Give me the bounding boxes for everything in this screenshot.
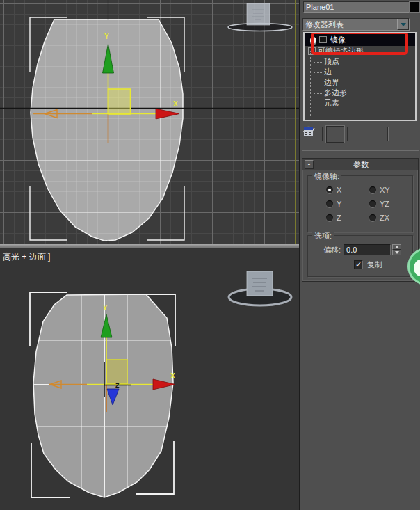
spinner-down-icon bbox=[395, 251, 399, 254]
object-color-swatch[interactable] bbox=[409, 1, 420, 13]
radio-yz[interactable]: YZ bbox=[369, 200, 389, 208]
radio-zx[interactable]: ZX bbox=[369, 214, 389, 222]
toolbar-divider bbox=[387, 127, 389, 141]
badge-glyph bbox=[414, 260, 420, 276]
stack-toolbar bbox=[302, 126, 418, 143]
tree-twig bbox=[314, 103, 322, 104]
spinner-up-icon bbox=[395, 246, 399, 248]
copy-checkbox[interactable]: ✓ bbox=[354, 260, 363, 269]
configure-modifier-sets-icon bbox=[302, 126, 315, 137]
rollout-header[interactable]: - 参数 bbox=[302, 159, 418, 170]
offset-row: 偏移: bbox=[323, 244, 401, 255]
spinner-down-button[interactable] bbox=[392, 250, 401, 255]
tree-connector-line bbox=[310, 51, 311, 116]
options-group-label: 选项: bbox=[312, 231, 334, 241]
collapse-minus-icon[interactable]: - bbox=[305, 160, 314, 169]
tree-twig bbox=[314, 93, 322, 94]
radio-x[interactable]: X bbox=[326, 186, 341, 194]
subobject-label: 边 bbox=[324, 67, 332, 77]
tree-twig bbox=[314, 82, 322, 83]
gizmo-y-axis-label: Y bbox=[104, 33, 109, 40]
tree-twig bbox=[314, 61, 322, 63]
stack-row-element[interactable]: 元素 bbox=[305, 98, 415, 109]
viewport-bottom[interactable]: 高光 + 边面 ] bbox=[0, 249, 300, 510]
gray-3d-object[interactable] bbox=[228, 3, 292, 31]
offset-spinner[interactable] bbox=[392, 244, 401, 255]
gizmo-xy-plane-handle bbox=[106, 360, 127, 384]
modifier-stack[interactable]: 镜像 - 可编辑多边形 顶点 边 边界 多边形 bbox=[303, 32, 417, 121]
subobject-label: 多边形 bbox=[324, 88, 347, 98]
stack-row-vertex[interactable]: 顶点 bbox=[305, 56, 415, 67]
copy-label: 复制 bbox=[367, 260, 382, 270]
toolbar-divider bbox=[322, 127, 323, 141]
subobject-label: 元素 bbox=[324, 98, 339, 109]
gizmo-y-axis-label: Y bbox=[103, 304, 108, 312]
gizmo-x-axis-label: X bbox=[173, 100, 178, 108]
gizmo-z-axis-label: Z bbox=[115, 382, 120, 389]
remove-modifier-button[interactable] bbox=[368, 127, 385, 142]
make-unique-button[interactable] bbox=[351, 127, 368, 142]
radio-label: ZX bbox=[380, 214, 389, 222]
stack-row-border[interactable]: 边界 bbox=[305, 77, 415, 88]
viewport-splitter[interactable] bbox=[0, 244, 299, 249]
options-group: 选项: 偏移: ✓ 复制 bbox=[307, 235, 413, 277]
gizmo-xy-plane-handle bbox=[108, 89, 131, 114]
mirror-axis-group-label: 镜像轴: bbox=[312, 171, 341, 182]
viewport-top[interactable]: Y X bbox=[0, 0, 300, 244]
tree-twig bbox=[314, 72, 322, 73]
max-window: Y X 高光 + 边面 ] bbox=[0, 0, 420, 510]
radio-xy[interactable]: XY bbox=[369, 186, 390, 194]
radio-button-icon[interactable] bbox=[326, 186, 333, 193]
parameters-rollout: - 参数 镜像轴: X Y Z XY bbox=[302, 158, 419, 282]
modifier-list-dropdown[interactable]: 修改器列表 bbox=[302, 18, 410, 31]
show-end-result-button[interactable] bbox=[326, 126, 344, 143]
copy-row[interactable]: ✓ 复制 bbox=[354, 260, 382, 270]
offset-input[interactable] bbox=[344, 244, 391, 255]
radio-label: Z bbox=[337, 214, 341, 222]
subobject-label: 顶点 bbox=[324, 56, 339, 67]
radio-button-icon[interactable] bbox=[369, 214, 376, 221]
spinner-up-button[interactable] bbox=[392, 244, 401, 250]
red-highlight-annotation bbox=[311, 32, 408, 55]
gizmo-x-axis-label: X bbox=[170, 372, 175, 380]
subobject-label: 边界 bbox=[324, 77, 339, 88]
stack-row-edge[interactable]: 边 bbox=[305, 67, 415, 77]
command-panel: 修改器列表 镜像 - 可编辑多边形 顶点 bbox=[299, 0, 420, 510]
object-name-field[interactable] bbox=[303, 1, 410, 13]
rollout-title: 参数 bbox=[314, 159, 408, 170]
radio-button-icon[interactable] bbox=[369, 186, 376, 193]
radio-button-icon[interactable] bbox=[326, 214, 333, 221]
panel-divider bbox=[302, 150, 419, 151]
radio-label: XY bbox=[380, 186, 390, 194]
toolbar-divider bbox=[347, 127, 348, 141]
radio-label: YZ bbox=[380, 200, 389, 208]
configure-modifier-sets-button[interactable] bbox=[391, 127, 408, 142]
radio-button-icon[interactable] bbox=[369, 200, 376, 207]
radio-y[interactable]: Y bbox=[326, 200, 341, 208]
gray-3d-object[interactable] bbox=[229, 271, 291, 305]
radio-button-icon[interactable] bbox=[326, 200, 333, 207]
modifier-list-label: 修改器列表 bbox=[303, 19, 397, 29]
mirror-axis-group: 镜像轴: X Y Z XY bbox=[307, 175, 413, 232]
radio-z[interactable]: Z bbox=[326, 214, 341, 222]
chevron-down-icon bbox=[401, 23, 406, 26]
offset-label: 偏移: bbox=[323, 245, 341, 255]
viewport-shading-label[interactable]: 高光 + 边面 ] bbox=[3, 251, 50, 263]
stack-row-polygon[interactable]: 多边形 bbox=[305, 88, 415, 98]
radio-label: X bbox=[337, 186, 341, 194]
radio-label: Y bbox=[337, 200, 341, 208]
dropdown-button[interactable] bbox=[397, 19, 409, 30]
